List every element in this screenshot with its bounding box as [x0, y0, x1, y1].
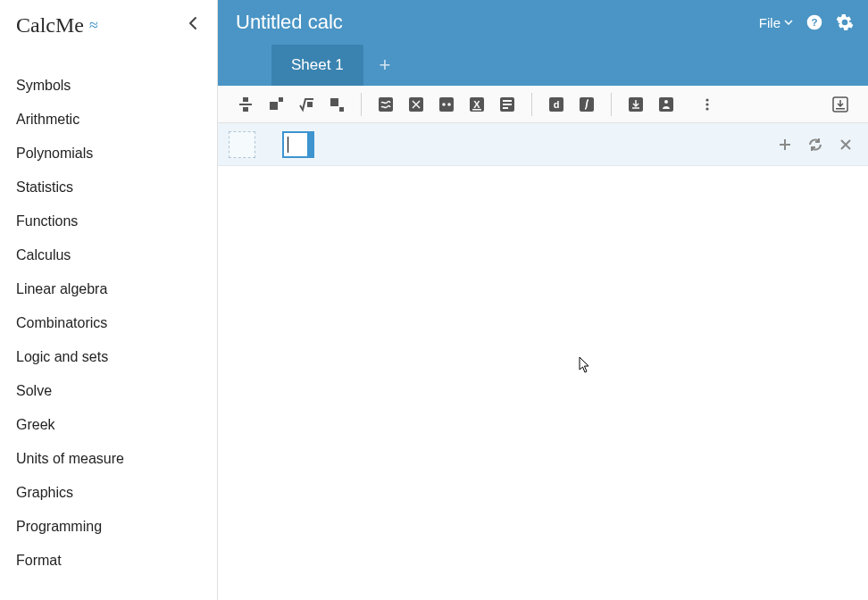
x-primes-button[interactable]: X [462, 89, 492, 120]
input-side-tab [307, 131, 314, 158]
svg-rect-10 [379, 97, 393, 112]
more-button[interactable] [692, 89, 722, 120]
file-menu[interactable]: File [759, 15, 793, 30]
svg-rect-8 [330, 98, 338, 106]
svg-rect-12 [439, 97, 454, 112]
sidebar-item-programming[interactable]: Programming [0, 510, 217, 544]
svg-point-29 [705, 103, 708, 105]
sidebar-item-linear-algebra[interactable]: Linear algebra [0, 272, 217, 306]
sidebar-item-label: Units of measure [16, 451, 124, 466]
document-title[interactable]: Untitled calc [236, 11, 343, 34]
svg-point-28 [705, 98, 708, 101]
svg-rect-6 [279, 97, 283, 102]
brand-logo: CalcMe ≈ [16, 13, 96, 38]
sidebar-item-label: Polynomials [16, 146, 93, 161]
sidebar-item-label: Programming [16, 519, 102, 534]
sidebar-item-statistics[interactable]: Statistics [0, 171, 217, 204]
svg-text:d: d [554, 99, 560, 110]
file-menu-label: File [759, 15, 780, 30]
header: Untitled calc File ? [218, 0, 868, 45]
text-cursor [288, 137, 288, 153]
svg-rect-7 [307, 102, 313, 107]
sidebar-item-polynomials[interactable]: Polynomials [0, 137, 217, 171]
sidebar-item-format[interactable]: Format [0, 544, 217, 578]
svg-point-13 [442, 103, 446, 106]
sidebar-item-label: Calculus [16, 247, 71, 262]
share-button[interactable] [651, 89, 681, 120]
svg-rect-3 [239, 104, 252, 105]
sidebar-item-combinatorics[interactable]: Combinatorics [0, 306, 217, 340]
svg-rect-21 [503, 107, 508, 109]
svg-point-27 [664, 100, 668, 104]
sidebar-item-label: Logic and sets [16, 349, 108, 364]
refresh-button[interactable] [802, 131, 829, 158]
sidebar-item-label: Linear algebra [16, 281, 107, 296]
sidebar-item-logic-and-sets[interactable]: Logic and sets [0, 340, 217, 374]
tab-sheet-1[interactable]: Sheet 1 [271, 45, 363, 86]
editor-row [218, 123, 868, 166]
sidebar-item-functions[interactable]: Functions [0, 204, 217, 238]
exponent-button[interactable] [261, 89, 291, 120]
sidebar-item-calculus[interactable]: Calculus [0, 238, 217, 272]
list-button[interactable] [492, 89, 522, 120]
derive-button[interactable]: d [541, 89, 572, 120]
tab-label: Sheet 1 [291, 56, 344, 73]
close-row-button[interactable] [832, 131, 859, 158]
sidebar-item-label: Symbols [16, 78, 71, 93]
sidebar-list: Symbols Arithmetic Polynomials Statistic… [0, 47, 217, 578]
sidebar-item-label: Combinatorics [16, 315, 107, 330]
svg-rect-20 [503, 104, 512, 105]
sidebar-item-label: Statistics [16, 179, 73, 195]
sidebar-header: CalcMe ≈ [0, 0, 217, 47]
sidebar-item-solve[interactable]: Solve [0, 374, 217, 408]
add-row-button[interactable] [772, 131, 798, 158]
toolbar: X d [218, 86, 868, 123]
integral-button[interactable] [572, 89, 602, 120]
svg-text:?: ? [811, 16, 817, 28]
sidebar-collapse-button[interactable] [185, 12, 201, 38]
header-actions: File ? [759, 13, 854, 31]
help-icon[interactable]: ? [805, 13, 823, 31]
sidebar-item-graphics[interactable]: Graphics [0, 476, 217, 510]
sidebar-item-units-of-measure[interactable]: Units of measure [0, 442, 217, 476]
base-button[interactable] [321, 89, 352, 120]
approx-button[interactable] [371, 89, 401, 120]
sidebar-item-label: Solve [16, 383, 52, 398]
svg-rect-32 [836, 108, 845, 110]
sidebar-item-label: Greek [16, 417, 55, 432]
expand-button[interactable] [825, 89, 855, 120]
svg-rect-17 [472, 109, 481, 111]
sidebar-item-arithmetic[interactable]: Arithmetic [0, 103, 217, 137]
svg-rect-4 [243, 107, 248, 112]
simplify-button[interactable] [401, 89, 431, 120]
chevron-down-icon [784, 20, 793, 25]
svg-rect-5 [270, 102, 278, 110]
svg-point-30 [705, 107, 708, 110]
svg-rect-2 [243, 97, 248, 102]
sidebar-item-label: Arithmetic [16, 112, 79, 127]
root-button[interactable] [291, 89, 321, 120]
main-area: Untitled calc File ? Sheet 1 + [218, 0, 868, 600]
sidebar-item-symbols[interactable]: Symbols [0, 69, 217, 103]
sidebar-item-label: Functions [16, 213, 78, 229]
mouse-cursor-icon [579, 356, 591, 374]
svg-rect-19 [503, 100, 512, 102]
sidebar: CalcMe ≈ Symbols Arithmetic Polynomials … [0, 0, 218, 600]
formula-input[interactable] [282, 131, 309, 158]
sidebar-item-greek[interactable]: Greek [0, 408, 217, 442]
svg-point-14 [447, 103, 451, 106]
fraction-button[interactable] [230, 89, 261, 120]
download-button[interactable] [621, 89, 651, 120]
sidebar-item-label: Format [16, 553, 62, 568]
interval-button[interactable] [431, 89, 462, 120]
svg-text:X: X [473, 99, 480, 110]
add-sheet-button[interactable]: + [363, 45, 407, 86]
svg-rect-9 [339, 107, 344, 112]
tab-bar: Sheet 1 + [218, 45, 868, 86]
cell-handle[interactable] [229, 131, 255, 158]
canvas-area[interactable] [218, 166, 868, 600]
svg-rect-26 [659, 97, 673, 112]
sidebar-item-label: Graphics [16, 485, 73, 500]
gear-icon[interactable] [836, 13, 854, 31]
brand-name: CalcMe [16, 13, 84, 38]
